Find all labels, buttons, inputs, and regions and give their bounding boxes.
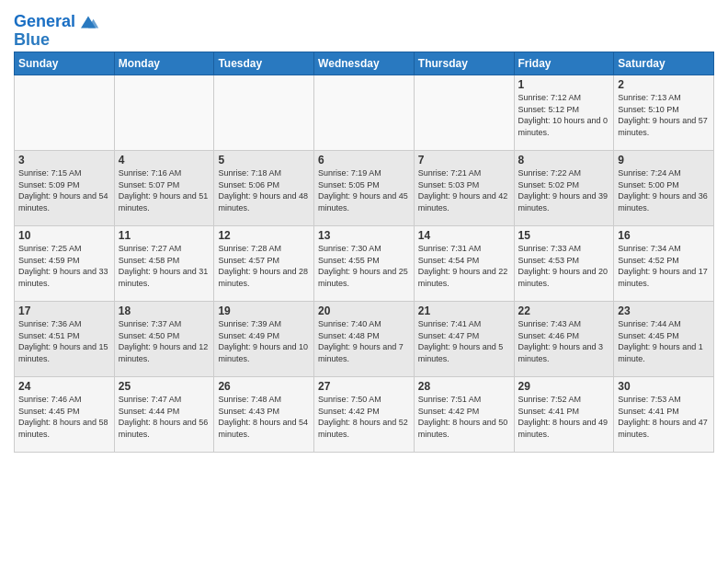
day-number: 8 — [518, 154, 610, 167]
calendar-cell: 12Sunrise: 7:28 AM Sunset: 4:57 PM Dayli… — [214, 226, 314, 302]
calendar-cell: 8Sunrise: 7:22 AM Sunset: 5:02 PM Daylig… — [514, 151, 614, 226]
day-number: 14 — [418, 229, 510, 242]
day-number: 29 — [518, 380, 610, 393]
day-number: 7 — [418, 154, 510, 167]
day-number: 20 — [318, 304, 410, 317]
day-number: 17 — [18, 304, 110, 317]
day-number: 27 — [318, 380, 410, 393]
day-info: Sunrise: 7:36 AM Sunset: 4:51 PM Dayligh… — [18, 318, 110, 364]
day-number: 16 — [618, 229, 710, 242]
calendar-cell: 7Sunrise: 7:21 AM Sunset: 5:03 PM Daylig… — [414, 151, 514, 226]
week-row-2: 3Sunrise: 7:15 AM Sunset: 5:09 PM Daylig… — [15, 151, 714, 226]
calendar-table: SundayMondayTuesdayWednesdayThursdayFrid… — [14, 52, 714, 453]
day-info: Sunrise: 7:50 AM Sunset: 4:42 PM Dayligh… — [318, 394, 410, 440]
calendar-cell — [214, 75, 314, 151]
day-info: Sunrise: 7:40 AM Sunset: 4:48 PM Dayligh… — [318, 318, 410, 364]
calendar-cell: 18Sunrise: 7:37 AM Sunset: 4:50 PM Dayli… — [114, 302, 214, 377]
day-number: 3 — [18, 154, 110, 167]
calendar-cell: 3Sunrise: 7:15 AM Sunset: 5:09 PM Daylig… — [15, 151, 115, 226]
day-info: Sunrise: 7:15 AM Sunset: 5:09 PM Dayligh… — [18, 167, 110, 213]
calendar-cell: 17Sunrise: 7:36 AM Sunset: 4:51 PM Dayli… — [15, 302, 115, 377]
day-info: Sunrise: 7:37 AM Sunset: 4:50 PM Dayligh… — [119, 318, 210, 364]
day-number: 22 — [518, 304, 610, 317]
calendar-cell — [114, 75, 214, 151]
day-info: Sunrise: 7:12 AM Sunset: 5:12 PM Dayligh… — [518, 92, 610, 138]
day-info: Sunrise: 7:25 AM Sunset: 4:59 PM Dayligh… — [18, 243, 110, 289]
day-number: 23 — [618, 304, 710, 317]
week-row-4: 17Sunrise: 7:36 AM Sunset: 4:51 PM Dayli… — [15, 302, 714, 377]
day-info: Sunrise: 7:46 AM Sunset: 4:45 PM Dayligh… — [18, 394, 110, 440]
calendar-cell: 21Sunrise: 7:41 AM Sunset: 4:47 PM Dayli… — [414, 302, 514, 377]
calendar-cell: 19Sunrise: 7:39 AM Sunset: 4:49 PM Dayli… — [214, 302, 314, 377]
calendar-cell: 23Sunrise: 7:44 AM Sunset: 4:45 PM Dayli… — [614, 302, 714, 377]
week-row-5: 24Sunrise: 7:46 AM Sunset: 4:45 PM Dayli… — [15, 377, 714, 453]
day-number: 5 — [218, 154, 310, 167]
week-row-3: 10Sunrise: 7:25 AM Sunset: 4:59 PM Dayli… — [15, 226, 714, 302]
day-info: Sunrise: 7:44 AM Sunset: 4:45 PM Dayligh… — [618, 318, 710, 364]
calendar-cell: 2Sunrise: 7:13 AM Sunset: 5:10 PM Daylig… — [614, 75, 714, 151]
day-number: 19 — [218, 304, 310, 317]
day-info: Sunrise: 7:39 AM Sunset: 4:49 PM Dayligh… — [218, 318, 310, 364]
calendar-cell: 15Sunrise: 7:33 AM Sunset: 4:53 PM Dayli… — [514, 226, 614, 302]
calendar-cell: 11Sunrise: 7:27 AM Sunset: 4:58 PM Dayli… — [114, 226, 214, 302]
day-number: 15 — [518, 229, 610, 242]
day-info: Sunrise: 7:18 AM Sunset: 5:06 PM Dayligh… — [218, 167, 310, 213]
day-number: 4 — [119, 154, 210, 167]
day-info: Sunrise: 7:52 AM Sunset: 4:41 PM Dayligh… — [518, 394, 610, 440]
day-number: 10 — [18, 229, 110, 242]
calendar-cell: 27Sunrise: 7:50 AM Sunset: 4:42 PM Dayli… — [314, 377, 415, 453]
calendar-cell: 26Sunrise: 7:48 AM Sunset: 4:43 PM Dayli… — [214, 377, 314, 453]
calendar-cell — [414, 75, 514, 151]
day-header-wednesday: Wednesday — [314, 52, 415, 75]
day-info: Sunrise: 7:22 AM Sunset: 5:02 PM Dayligh… — [518, 167, 610, 213]
calendar-cell: 30Sunrise: 7:53 AM Sunset: 4:41 PM Dayli… — [614, 377, 714, 453]
day-number: 18 — [119, 304, 210, 317]
day-info: Sunrise: 7:51 AM Sunset: 4:42 PM Dayligh… — [418, 394, 510, 440]
header-row: SundayMondayTuesdayWednesdayThursdayFrid… — [15, 52, 714, 75]
calendar-cell: 25Sunrise: 7:47 AM Sunset: 4:44 PM Dayli… — [114, 377, 214, 453]
day-header-tuesday: Tuesday — [214, 52, 314, 75]
day-number: 24 — [18, 380, 110, 393]
day-header-sunday: Sunday — [15, 52, 115, 75]
day-info: Sunrise: 7:53 AM Sunset: 4:41 PM Dayligh… — [618, 394, 710, 440]
day-number: 25 — [119, 380, 210, 393]
calendar-cell: 9Sunrise: 7:24 AM Sunset: 5:00 PM Daylig… — [614, 151, 714, 226]
week-row-1: 1Sunrise: 7:12 AM Sunset: 5:12 PM Daylig… — [15, 75, 714, 151]
day-info: Sunrise: 7:33 AM Sunset: 4:53 PM Dayligh… — [518, 243, 610, 289]
calendar-cell: 13Sunrise: 7:30 AM Sunset: 4:55 PM Dayli… — [314, 226, 415, 302]
day-number: 6 — [318, 154, 410, 167]
calendar-cell: 1Sunrise: 7:12 AM Sunset: 5:12 PM Daylig… — [514, 75, 614, 151]
header: General Blue — [14, 9, 714, 48]
day-number: 12 — [218, 229, 310, 242]
calendar-cell: 4Sunrise: 7:16 AM Sunset: 5:07 PM Daylig… — [114, 151, 214, 226]
day-info: Sunrise: 7:43 AM Sunset: 4:46 PM Dayligh… — [518, 318, 610, 364]
logo: General Blue — [14, 13, 99, 48]
day-number: 26 — [218, 380, 310, 393]
day-number: 21 — [418, 304, 510, 317]
day-info: Sunrise: 7:41 AM Sunset: 4:47 PM Dayligh… — [418, 318, 510, 364]
logo-icon — [77, 13, 99, 31]
calendar-cell: 5Sunrise: 7:18 AM Sunset: 5:06 PM Daylig… — [214, 151, 314, 226]
day-number: 13 — [318, 229, 410, 242]
logo-blue: Blue — [14, 31, 99, 48]
calendar-cell: 22Sunrise: 7:43 AM Sunset: 4:46 PM Dayli… — [514, 302, 614, 377]
day-number: 1 — [518, 78, 610, 91]
day-info: Sunrise: 7:34 AM Sunset: 4:52 PM Dayligh… — [618, 243, 710, 289]
calendar-cell — [15, 75, 115, 151]
page-container: General Blue SundayMondayTuesdayWednesda… — [0, 0, 728, 457]
day-info: Sunrise: 7:13 AM Sunset: 5:10 PM Dayligh… — [618, 92, 710, 138]
day-info: Sunrise: 7:30 AM Sunset: 4:55 PM Dayligh… — [318, 243, 410, 289]
calendar-cell: 10Sunrise: 7:25 AM Sunset: 4:59 PM Dayli… — [15, 226, 115, 302]
day-number: 9 — [618, 154, 710, 167]
day-header-monday: Monday — [114, 52, 214, 75]
calendar-cell — [314, 75, 415, 151]
day-number: 30 — [618, 380, 710, 393]
calendar-cell: 29Sunrise: 7:52 AM Sunset: 4:41 PM Dayli… — [514, 377, 614, 453]
day-number: 2 — [618, 78, 710, 91]
day-header-thursday: Thursday — [414, 52, 514, 75]
calendar-cell: 16Sunrise: 7:34 AM Sunset: 4:52 PM Dayli… — [614, 226, 714, 302]
day-info: Sunrise: 7:21 AM Sunset: 5:03 PM Dayligh… — [418, 167, 510, 213]
day-number: 28 — [418, 380, 510, 393]
day-header-saturday: Saturday — [614, 52, 714, 75]
calendar-cell: 28Sunrise: 7:51 AM Sunset: 4:42 PM Dayli… — [414, 377, 514, 453]
